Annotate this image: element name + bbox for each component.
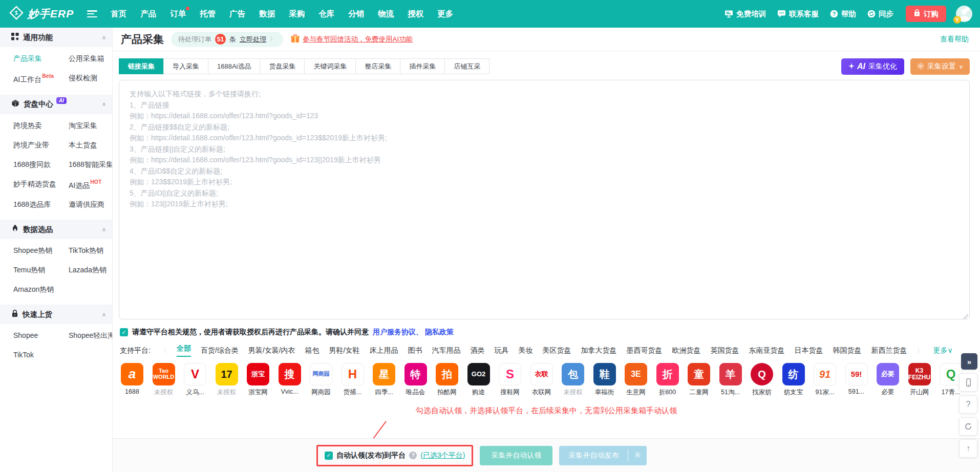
category-酒类[interactable]: 酒类 xyxy=(470,346,484,355)
collect-settings-button[interactable]: 采集设置 ∨ xyxy=(910,58,970,75)
sidebar-item-AI工作台[interactable]: AI工作台Beta xyxy=(13,69,53,90)
nav-utility-help[interactable]: ?帮助 xyxy=(830,9,856,19)
sidebar-section-3[interactable]: 数据选品∧ xyxy=(0,220,112,239)
nav-item-6[interactable]: 数据 xyxy=(259,9,275,19)
tab-插件采集[interactable]: 插件采集 xyxy=(400,58,445,74)
platform-tile-12[interactable]: GO2购途 xyxy=(467,363,490,397)
collect-and-publish-button[interactable]: 采集并自动发布 xyxy=(559,446,628,465)
sidebar-section-1[interactable]: 通用功能∧ xyxy=(0,28,112,47)
user-avatar[interactable]: V xyxy=(955,5,973,23)
nav-item-3[interactable]: 订单 xyxy=(170,9,186,19)
sidebar-item-产品采集[interactable]: 产品采集 xyxy=(13,49,42,69)
terms-link[interactable]: 用户服务协议、 xyxy=(373,328,423,337)
nav-utility-chat[interactable]: 联系客服 xyxy=(777,9,819,19)
platform-tile-17[interactable]: 3E生意网 xyxy=(625,363,647,397)
sidebar-item-1688选品库[interactable]: 1688选品库 xyxy=(13,195,51,214)
category-欧洲货盘[interactable]: 欧洲货盘 xyxy=(672,346,700,355)
tab-店铺互采[interactable]: 店铺互采 xyxy=(444,58,489,74)
platform-tile-8[interactable]: H货捕... xyxy=(342,363,364,397)
scroll-left-icon[interactable]: 〈 xyxy=(160,346,167,355)
menu-toggle-icon[interactable] xyxy=(87,10,97,17)
help-tooltip-icon[interactable]: ? xyxy=(409,452,417,459)
platform-tile-21[interactable]: Q找家纺 xyxy=(751,363,773,397)
sidebar-item-AI选品[interactable]: AI选品HOT xyxy=(69,175,101,196)
sidebar-section-2[interactable]: 货盘中心AI∧ xyxy=(0,95,112,114)
sidebar-item-1688智能采集[interactable]: 1688智能采集 xyxy=(69,155,113,175)
platform-tile-4[interactable]: 17未授权 xyxy=(216,363,238,397)
platform-tile-20[interactable]: 羊51淘... xyxy=(719,363,742,397)
auto-claim-checkbox[interactable] xyxy=(325,452,333,460)
nav-item-9[interactable]: 分销 xyxy=(348,9,364,19)
sidebar-item-TikTok热销[interactable]: TikTok热销 xyxy=(69,241,103,261)
tab-整店采集[interactable]: 整店采集 xyxy=(355,58,400,74)
category-玩具[interactable]: 玩具 xyxy=(494,346,508,355)
promo-link[interactable]: 参与春节回馈活动，免费使用AI功能 xyxy=(290,34,413,45)
selected-platforms-link[interactable]: (已选3个平台) xyxy=(420,451,465,460)
nav-item-10[interactable]: 物流 xyxy=(378,9,394,19)
category-新西兰货盘[interactable]: 新西兰货盘 xyxy=(871,346,907,355)
category-加拿大货盘[interactable]: 加拿大货盘 xyxy=(581,346,616,355)
category-图书[interactable]: 图书 xyxy=(408,346,422,355)
nav-item-7[interactable]: 采购 xyxy=(289,9,305,19)
sidebar-item-Temu热销[interactable]: Temu热销 xyxy=(13,261,45,280)
tab-1688Ai选品[interactable]: 1688Ai选品 xyxy=(208,58,260,74)
platform-tile-7[interactable]: 网商园网商园 xyxy=(310,363,332,397)
order-button[interactable]: 订购 xyxy=(906,6,946,22)
platform-tile-18[interactable]: 折折800 xyxy=(656,363,679,397)
platform-tile-19[interactable]: 童二童网 xyxy=(688,363,710,397)
scroll-right-icon[interactable]: 〉 xyxy=(917,346,923,355)
platform-tile-14[interactable]: 衣联衣联网 xyxy=(530,363,553,397)
sidebar-item-公用采集箱[interactable]: 公用采集箱 xyxy=(69,49,104,69)
expand-button[interactable]: » xyxy=(961,353,977,370)
nav-utility-training[interactable]: 免费培训 xyxy=(725,9,766,19)
sidebar-item-Shopee热销[interactable]: Shopee热销 xyxy=(13,241,52,261)
ai-optimize-button[interactable]: AI采集优化 xyxy=(841,58,904,75)
platform-tile-6[interactable]: 搜Vvic... xyxy=(279,363,301,397)
category-男鞋/女鞋[interactable]: 男鞋/女鞋 xyxy=(329,346,360,355)
platform-tile-3[interactable]: V义乌... xyxy=(184,363,206,397)
collect-and-claim-button[interactable]: 采集并自动认领 xyxy=(480,446,552,465)
category-日本货盘[interactable]: 日本货盘 xyxy=(794,346,823,355)
sidebar-item-邀请供应商[interactable]: 邀请供应商 xyxy=(69,195,104,214)
sidebar-item-淘宝采集[interactable]: 淘宝采集 xyxy=(69,116,97,136)
nav-item-5[interactable]: 广告 xyxy=(229,9,245,19)
nav-utility-sync[interactable]: 同步 xyxy=(867,9,893,19)
platform-tile-26[interactable]: K3 FEIZHU开山网 xyxy=(908,363,931,397)
sidebar-item-Amazon热销[interactable]: Amazon热销 xyxy=(13,280,54,299)
resize-grip[interactable] xyxy=(963,314,968,319)
platform-tile-25[interactable]: 必要必要 xyxy=(877,363,899,397)
more-categories-link[interactable]: 更多∨ xyxy=(933,346,952,355)
sidebar-item-1688搜同款[interactable]: 1688搜同款 xyxy=(13,155,51,175)
category-箱包[interactable]: 箱包 xyxy=(305,346,319,355)
category-汽车用品[interactable]: 汽车用品 xyxy=(432,346,460,355)
tab-导入采集[interactable]: 导入采集 xyxy=(163,58,208,74)
platform-tile-9[interactable]: 星四季... xyxy=(373,363,395,397)
platform-tile-13[interactable]: S搜鞋网 xyxy=(499,363,521,397)
category-英国货盘[interactable]: 英国货盘 xyxy=(710,346,739,355)
mobile-button[interactable] xyxy=(959,373,977,392)
nav-item-11[interactable]: 授权 xyxy=(408,9,423,19)
platform-tile-16[interactable]: 鞋幸福街 xyxy=(593,363,616,397)
category-床上用品[interactable]: 床上用品 xyxy=(369,346,398,355)
platform-tile-2[interactable]: Tao WORLD未授权 xyxy=(153,363,175,397)
category-男装/女装/内衣[interactable]: 男装/女装/内衣 xyxy=(248,346,295,355)
sidebar-item-侵权检测[interactable]: 侵权检测 xyxy=(69,69,97,90)
privacy-link[interactable]: 隐私政策 xyxy=(425,328,454,337)
tab-关键词采集[interactable]: 关键词采集 xyxy=(304,58,356,74)
nav-item-12[interactable]: 更多 xyxy=(437,9,453,19)
category-美妆[interactable]: 美妆 xyxy=(518,346,532,355)
refresh-button[interactable] xyxy=(959,417,977,436)
platform-tile-15[interactable]: 包未授权 xyxy=(562,363,584,397)
category-美区货盘[interactable]: 美区货盘 xyxy=(542,346,571,355)
sidebar-item-跨境热卖[interactable]: 跨境热卖 xyxy=(13,116,42,136)
tab-货盘采集[interactable]: 货盘采集 xyxy=(260,58,305,74)
sidebar-item-TikTok[interactable]: TikTok xyxy=(13,346,34,364)
process-now-link[interactable]: 立即处理 xyxy=(240,35,266,44)
sidebar-item-跨境产业带[interactable]: 跨境产业带 xyxy=(13,136,49,155)
tab-链接采集[interactable]: 链接采集 xyxy=(119,58,164,74)
consent-checkbox[interactable] xyxy=(120,328,128,336)
platform-tile-1[interactable]: a1688 xyxy=(121,363,143,397)
app-logo[interactable]: 妙手ERP xyxy=(9,6,74,22)
sidebar-item-Shopee[interactable]: Shopee xyxy=(13,326,38,346)
nav-item-8[interactable]: 仓库 xyxy=(318,9,334,19)
